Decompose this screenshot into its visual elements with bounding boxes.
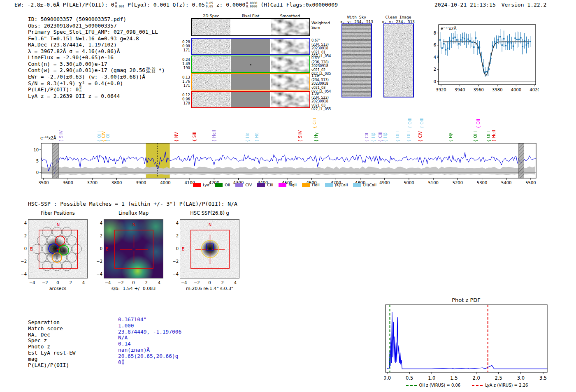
data-point	[524, 40, 525, 41]
meta-line: 20230918	[311, 100, 338, 104]
weight-value: 0.13	[179, 75, 190, 79]
fraction-bottom: 20.55	[146, 70, 156, 74]
data-point	[492, 45, 493, 46]
match-table-label: Spec z	[28, 338, 47, 344]
weight-value: 1.49	[179, 62, 190, 66]
y-tick-label: −4	[95, 272, 102, 276]
data-point	[484, 71, 485, 72]
noise-svg	[192, 19, 230, 35]
panel-canvas: NE	[104, 220, 163, 278]
twod-spec-image	[192, 74, 230, 90]
y-tick-label: 2	[19, 234, 27, 238]
text-segment: EWr = -2.70(±0.63) (w: -3.00(±0.68))Å	[28, 74, 145, 80]
meta-line: (234, 522)	[311, 96, 338, 100]
x-tick-label: 0	[56, 281, 59, 285]
clean-title: Clean Image x, y: 234, 513	[382, 15, 415, 24]
panel-title: Lineflux Map	[118, 210, 149, 216]
smoothed-noise	[271, 92, 309, 107]
legend-item: Lyα	[193, 183, 209, 187]
data-point	[496, 42, 497, 43]
y-tick-label: 2	[171, 234, 179, 238]
y-tick-label: 4	[434, 55, 436, 60]
match-table-label: Photo z	[28, 344, 50, 350]
match-table-label: Match score	[28, 326, 63, 332]
masked-band	[518, 143, 524, 178]
data-point	[456, 39, 458, 40]
weight-value: 171	[179, 48, 190, 52]
legend-item: CIII	[257, 183, 273, 187]
twod-spec-image	[192, 56, 230, 72]
panel-title: HSC SSP(26.8) g	[190, 210, 229, 216]
y-tick-label: 0	[19, 246, 27, 251]
emission-line-label: { OIII	[473, 131, 478, 142]
y-tick-label: 4	[19, 221, 27, 225]
emission-line-label: { OIII	[406, 131, 411, 142]
north-label: N	[209, 223, 211, 227]
noise-svg	[271, 39, 309, 54]
data-point	[479, 46, 480, 48]
panel-xlabel: arcsecs	[49, 286, 66, 291]
info-line: Primary Spec_Slot_IFU_AMP: 027_098_001_L…	[28, 29, 165, 35]
spec2d-row	[191, 56, 310, 73]
withsky-title-text: With Sky	[340, 15, 373, 19]
data-point	[449, 43, 450, 44]
legend-item: (H)CaII	[353, 183, 376, 187]
y-tick-label: 0	[434, 79, 436, 84]
pixel-flat-image	[231, 19, 270, 35]
data-point	[494, 41, 495, 42]
y-tick-label: −2	[95, 259, 102, 264]
meta-line: (236, 338)	[311, 60, 338, 65]
detection-info-block: ID: 5090003357 (5090003357.pdf)Obs: 2023…	[28, 16, 165, 100]
text-segment: Primary Spec_Slot_IFU_AMP: 027_098_001_L…	[28, 29, 158, 35]
data-point	[502, 44, 503, 46]
data-point	[441, 47, 443, 49]
data-point	[451, 40, 452, 41]
legend-swatch	[193, 183, 201, 187]
spec2d-row	[191, 38, 310, 55]
spec2d-column-title: 2D Spec	[203, 14, 219, 18]
withsky-title: With Sky x, y: 234, 513	[340, 15, 373, 24]
info-line: λ = 3967.82Å σ = 4.16(±0.86)Å	[28, 48, 165, 55]
info-line: F=1.6" T=0.151 N=1.16 A=0.93 g=24.8	[28, 35, 165, 42]
smoothed-image	[271, 74, 309, 90]
dashed-line-swatch	[406, 385, 417, 386]
text-segment: RA,Dec (23.874414,-1.197102)	[28, 42, 117, 48]
y-tick-label: 0	[95, 246, 102, 251]
legend-item: CIV	[235, 183, 252, 187]
north-label: N	[57, 223, 60, 227]
text-segment: 0.367104"	[118, 316, 146, 322]
hsc-match-summary: HSC-SSP : Possible Matches = 1 (within +…	[28, 201, 237, 207]
weight-value: 0.98	[179, 44, 190, 48]
emission-line-label: { OIII	[486, 131, 491, 142]
y-tick-label: 5	[36, 159, 39, 163]
emission-line-label: { SiIV	[298, 130, 302, 142]
legend-swatch	[257, 183, 265, 187]
match-table-label: mag	[28, 356, 37, 362]
y-tick-label: 4	[95, 221, 102, 225]
meta-line: 0.83"	[311, 56, 338, 60]
emission-line-label: { SiII	[192, 132, 197, 142]
emission-line-label: { OIII	[420, 118, 424, 128]
data-point	[514, 37, 516, 39]
match-table-label: P(LAE)/P(OII)	[28, 362, 69, 369]
spectrum-flux-units-label: e⁻¹⁷x2Å	[40, 136, 56, 140]
spec2d-row-meta: 0.83"(236, 338)20230918v021_02027_LL_035	[311, 56, 338, 76]
data-point	[477, 47, 478, 48]
spec2d-row	[191, 18, 310, 36]
noise-svg	[192, 92, 230, 107]
panel-title: Fiber Positions	[41, 210, 75, 216]
x-tick-label: 2	[145, 281, 148, 285]
info-line: Obs: 20230918v021_5090003357	[28, 23, 165, 29]
emission-line-label: { CII	[365, 133, 369, 142]
data-point	[455, 37, 456, 38]
data-point	[497, 39, 499, 40]
fraction-bottom: 0	[79, 90, 81, 93]
meta-line: v021_01	[311, 51, 338, 55]
data-point	[483, 65, 484, 67]
x-tick-label: 1.5	[450, 375, 458, 381]
twod-spec-image	[192, 39, 230, 54]
data-point	[499, 36, 501, 37]
twod-noise	[192, 39, 230, 54]
y-tick-label: −4	[19, 272, 27, 276]
text-segment: Obs: 20230918v021_5090003357	[28, 23, 117, 29]
